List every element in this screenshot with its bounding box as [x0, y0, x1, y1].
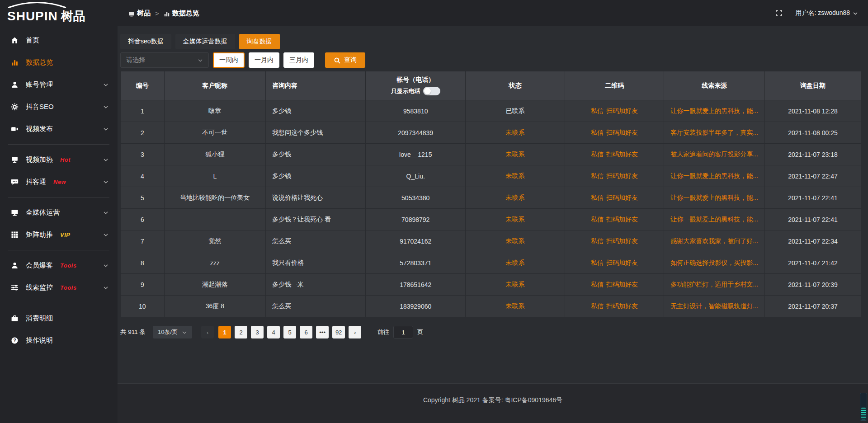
source-link[interactable]: 让你一眼就爱上的黑科技，能... [670, 172, 758, 179]
fullscreen-icon[interactable] [775, 9, 783, 17]
scan-add-friend-link[interactable]: 扫码加好友 [606, 237, 638, 245]
grid-icon [11, 231, 19, 239]
sidebar-item-label: 账号管理 [26, 80, 53, 89]
brand-logo: SHUPIN 树品 [0, 0, 118, 26]
topbar-right: 用户名: zswodun88 [775, 9, 868, 17]
sidebar-item-account-management[interactable]: 账号管理 [0, 74, 118, 96]
sidebar-divider [8, 144, 109, 145]
page-button-2[interactable]: 2 [235, 326, 247, 338]
source-link[interactable]: 让你一眼就爱上的黑科技，能... [670, 107, 758, 114]
page-button-6[interactable]: 6 [300, 326, 312, 338]
source-link[interactable]: 多功能护栏灯，适用于乡村文... [670, 281, 758, 288]
sidebar-item-home[interactable]: 首页 [0, 29, 118, 52]
sidebar-item-video-heat[interactable]: 视频加热Hot [0, 149, 118, 171]
source-link[interactable]: 让你一眼就爱上的黑科技，能... [670, 216, 758, 223]
sidebar-item-consumption-detail[interactable]: 消费明细 [0, 307, 118, 329]
breadcrumb-separator: > [155, 9, 159, 17]
scan-add-friend-link[interactable]: 扫码加好友 [606, 107, 638, 115]
private-message-link[interactable]: 私信 [591, 129, 604, 137]
scan-add-friend-link[interactable]: 扫码加好友 [606, 216, 638, 224]
page-ellipsis-button[interactable]: ••• [316, 326, 329, 338]
scan-add-friend-link[interactable]: 扫码加好友 [606, 150, 638, 159]
source-link[interactable]: 无主灯设计，智能磁吸轨道灯... [670, 302, 758, 310]
private-message-link[interactable]: 私信 [591, 172, 604, 180]
page-button-1[interactable]: 1 [218, 326, 231, 338]
cell-source: 感谢大家喜欢我家，被问了好... [664, 230, 765, 252]
breadcrumb-item-data-overview[interactable]: 数据总览 [164, 9, 199, 18]
tab-douyin-seo-data[interactable]: 抖音seo数据 [120, 34, 171, 49]
user-menu[interactable]: 用户名: zswodun88 [795, 9, 858, 17]
cell-id: 1 [121, 100, 165, 122]
private-message-link[interactable]: 私信 [591, 150, 604, 159]
sidebar-item-matrix-boost[interactable]: 矩阵助推VIP [0, 224, 118, 246]
cell-content: 说说价格让我死心 [266, 187, 366, 209]
phone-only-toggle[interactable] [423, 87, 440, 95]
scan-add-friend-link[interactable]: 扫码加好友 [606, 172, 638, 180]
cell-qrcode: 私信扫码加好友 [565, 252, 664, 274]
private-message-link[interactable]: 私信 [591, 259, 604, 267]
range-button-three-months[interactable]: 三月内 [283, 52, 314, 68]
sidebar-item-video-publish[interactable]: 视频发布 [0, 118, 118, 140]
scan-add-friend-link[interactable]: 扫码加好友 [606, 302, 638, 310]
page-button-4[interactable]: 4 [267, 326, 280, 338]
page-button-92[interactable]: 92 [332, 326, 345, 338]
sidebar-item-media-operation[interactable]: 全媒体运营 [0, 202, 118, 224]
sidebar-item-doukatong[interactable]: 抖客通New [0, 171, 118, 193]
tab-media-operation-data[interactable]: 全媒体运营数据 [175, 34, 235, 49]
chevron-down-icon [182, 329, 187, 336]
cell-source: 让你一眼就爱上的黑科技，能... [664, 209, 765, 230]
range-button-one-week[interactable]: 一周内 [213, 52, 245, 68]
page-size-select[interactable]: 10条/页 [153, 326, 192, 338]
table-row: 1啵章多少钱9583810已联系私信扫码加好友让你一眼就爱上的黑科技，能...2… [121, 100, 861, 122]
cell-source: 客厅安装投影半年多了，真实... [664, 122, 765, 144]
cell-date: 2021-11-07 20:37 [765, 296, 861, 317]
app-icon [128, 9, 135, 17]
cell-date: 2021-11-07 22:47 [765, 165, 861, 187]
source-link[interactable]: 让你一眼就爱上的黑科技，能... [670, 194, 758, 201]
breadcrumb: 树品 > 数据总览 [128, 9, 199, 18]
prev-page-button[interactable]: ‹ [201, 326, 214, 338]
private-message-link[interactable]: 私信 [591, 302, 604, 310]
range-button-one-month[interactable]: 一月内 [249, 52, 279, 68]
breadcrumb-item-home[interactable]: 树品 [128, 9, 151, 18]
filter-select[interactable]: 请选择 [120, 52, 209, 68]
scan-add-friend-link[interactable]: 扫码加好友 [606, 129, 638, 137]
next-page-button[interactable]: › [349, 326, 361, 338]
page-button-5[interactable]: 5 [283, 326, 296, 338]
source-link[interactable]: 被大家追着问的客厅投影分享... [670, 150, 758, 158]
query-button-label: 查询 [344, 56, 357, 64]
sidebar-item-label: 消费明细 [26, 314, 53, 323]
filter-select-placeholder: 请选择 [126, 56, 145, 64]
table-row: 2不可一世我想问这个多少钱2097344839未联系私信扫码加好友客厅安装投影半… [121, 122, 861, 144]
sidebar-item-data-overview[interactable]: 数据总览 [0, 52, 118, 74]
source-link[interactable]: 感谢大家喜欢我家，被问了好... [670, 237, 758, 244]
source-link[interactable]: 客厅安装投影半年多了，真实... [670, 129, 758, 136]
svg-text:?: ? [13, 338, 16, 343]
bar-chart-icon [164, 9, 170, 17]
sidebar-item-operation-guide[interactable]: ?操作说明 [0, 329, 118, 352]
private-message-link[interactable]: 私信 [591, 216, 604, 224]
page-button-3[interactable]: 3 [251, 326, 264, 338]
user-icon [11, 81, 19, 89]
private-message-link[interactable]: 私信 [591, 107, 604, 115]
cell-content: 我只看价格 [266, 252, 366, 274]
sidebar-item-douyin-seo[interactable]: 抖音SEO [0, 96, 118, 118]
page-jump-input[interactable] [393, 326, 413, 338]
scan-add-friend-link[interactable]: 扫码加好友 [606, 281, 638, 289]
cell-date: 2021-11-07 20:39 [765, 274, 861, 296]
cell-content: 多少钱？让我死心 看 [266, 209, 366, 230]
private-message-link[interactable]: 私信 [591, 194, 604, 202]
status-badge: 未联系 [506, 150, 525, 158]
sidebar-item-clue-monitor[interactable]: 线索监控Tools [0, 277, 118, 299]
chevron-down-icon [198, 58, 203, 63]
scan-add-friend-link[interactable]: 扫码加好友 [606, 194, 638, 202]
private-message-link[interactable]: 私信 [591, 237, 604, 245]
tab-inquiry-data[interactable]: 询盘数据 [239, 34, 280, 49]
scan-add-friend-link[interactable]: 扫码加好友 [606, 259, 638, 267]
private-message-link[interactable]: 私信 [591, 281, 604, 289]
source-link[interactable]: 如何正确选择投影仪，买投影... [670, 259, 758, 266]
query-button[interactable]: 查询 [325, 52, 365, 68]
bar-chart-icon [11, 59, 19, 66]
toggle-knob [424, 88, 431, 94]
sidebar-item-member-burst[interactable]: 会员爆客Tools [0, 254, 118, 277]
